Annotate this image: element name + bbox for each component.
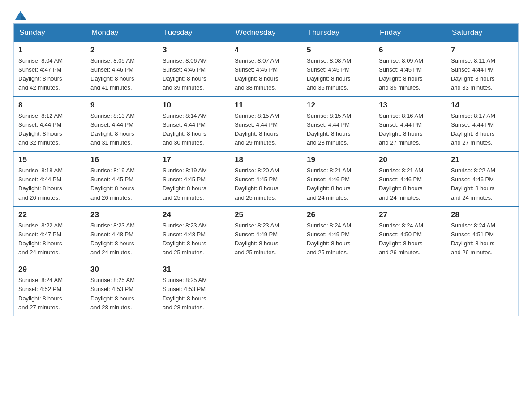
day-info: Sunrise: 8:24 AM Sunset: 4:49 PM Dayligh… — [307, 221, 369, 257]
day-number: 9 — [90, 101, 153, 110]
day-number: 26 — [307, 210, 369, 219]
day-info: Sunrise: 8:22 AM Sunset: 4:46 PM Dayligh… — [451, 166, 514, 202]
day-info: Sunrise: 8:04 AM Sunset: 4:47 PM Dayligh… — [18, 56, 81, 93]
day-number: 23 — [90, 210, 153, 219]
logo-icon — [14, 9, 27, 21]
day-number: 13 — [379, 101, 442, 110]
calendar-cell: 5 Sunrise: 8:08 AM Sunset: 4:45 PM Dayli… — [302, 42, 374, 97]
calendar-cell: 2 Sunrise: 8:05 AM Sunset: 4:46 PM Dayli… — [86, 42, 158, 97]
calendar-week-2: 8 Sunrise: 8:12 AM Sunset: 4:44 PM Dayli… — [14, 97, 519, 152]
day-info: Sunrise: 8:12 AM Sunset: 4:44 PM Dayligh… — [18, 111, 81, 148]
day-number: 5 — [307, 46, 369, 55]
day-number: 1 — [18, 46, 81, 55]
day-info: Sunrise: 8:19 AM Sunset: 4:45 PM Dayligh… — [90, 166, 153, 202]
calendar-cell — [302, 261, 374, 316]
calendar-cell: 24 Sunrise: 8:23 AM Sunset: 4:48 PM Dayl… — [158, 206, 230, 261]
calendar-cell: 26 Sunrise: 8:24 AM Sunset: 4:49 PM Dayl… — [302, 206, 374, 261]
day-info: Sunrise: 8:15 AM Sunset: 4:44 PM Dayligh… — [307, 111, 369, 148]
calendar-week-5: 29 Sunrise: 8:24 AM Sunset: 4:52 PM Dayl… — [14, 261, 519, 316]
calendar-cell: 18 Sunrise: 8:20 AM Sunset: 4:45 PM Dayl… — [230, 151, 302, 206]
calendar-cell: 3 Sunrise: 8:06 AM Sunset: 4:46 PM Dayli… — [158, 42, 230, 97]
calendar-cell: 1 Sunrise: 8:04 AM Sunset: 4:47 PM Dayli… — [14, 42, 86, 97]
calendar-week-3: 15 Sunrise: 8:18 AM Sunset: 4:44 PM Dayl… — [14, 151, 519, 206]
calendar-cell — [230, 261, 302, 316]
day-number: 3 — [163, 46, 225, 55]
day-number: 12 — [307, 101, 369, 110]
calendar-cell: 21 Sunrise: 8:22 AM Sunset: 4:46 PM Dayl… — [446, 151, 519, 206]
calendar-cell: 11 Sunrise: 8:15 AM Sunset: 4:44 PM Dayl… — [230, 97, 302, 152]
day-info: Sunrise: 8:23 AM Sunset: 4:48 PM Dayligh… — [90, 221, 153, 257]
day-info: Sunrise: 8:13 AM Sunset: 4:44 PM Dayligh… — [90, 111, 153, 148]
weekday-header-sunday: Sunday — [14, 24, 86, 42]
calendar-cell: 9 Sunrise: 8:13 AM Sunset: 4:44 PM Dayli… — [86, 97, 158, 152]
calendar-cell: 20 Sunrise: 8:21 AM Sunset: 4:46 PM Dayl… — [374, 151, 446, 206]
calendar-cell: 19 Sunrise: 8:21 AM Sunset: 4:46 PM Dayl… — [302, 151, 374, 206]
day-info: Sunrise: 8:09 AM Sunset: 4:45 PM Dayligh… — [379, 56, 442, 93]
calendar-cell: 15 Sunrise: 8:18 AM Sunset: 4:44 PM Dayl… — [14, 151, 86, 206]
day-info: Sunrise: 8:07 AM Sunset: 4:45 PM Dayligh… — [235, 56, 297, 93]
day-info: Sunrise: 8:24 AM Sunset: 4:50 PM Dayligh… — [379, 221, 442, 257]
calendar-cell: 25 Sunrise: 8:23 AM Sunset: 4:49 PM Dayl… — [230, 206, 302, 261]
calendar-cell: 22 Sunrise: 8:22 AM Sunset: 4:47 PM Dayl… — [14, 206, 86, 261]
day-number: 11 — [235, 101, 297, 110]
day-number: 4 — [235, 46, 297, 55]
day-number: 2 — [90, 46, 153, 55]
calendar-cell: 30 Sunrise: 8:25 AM Sunset: 4:53 PM Dayl… — [86, 261, 158, 316]
day-number: 17 — [163, 155, 225, 164]
calendar-cell: 13 Sunrise: 8:16 AM Sunset: 4:44 PM Dayl… — [374, 97, 446, 152]
calendar-cell: 23 Sunrise: 8:23 AM Sunset: 4:48 PM Dayl… — [86, 206, 158, 261]
day-info: Sunrise: 8:05 AM Sunset: 4:46 PM Dayligh… — [90, 56, 153, 93]
calendar-cell: 4 Sunrise: 8:07 AM Sunset: 4:45 PM Dayli… — [230, 42, 302, 97]
weekday-header-friday: Friday — [374, 24, 446, 42]
day-number: 19 — [307, 155, 369, 164]
calendar-cell — [374, 261, 446, 316]
calendar-cell: 14 Sunrise: 8:17 AM Sunset: 4:44 PM Dayl… — [446, 97, 519, 152]
day-info: Sunrise: 8:17 AM Sunset: 4:44 PM Dayligh… — [451, 111, 514, 148]
day-number: 29 — [18, 265, 81, 274]
calendar-table: SundayMondayTuesdayWednesdayThursdayFrid… — [13, 23, 519, 316]
weekday-header-tuesday: Tuesday — [158, 24, 230, 42]
calendar-cell: 28 Sunrise: 8:24 AM Sunset: 4:51 PM Dayl… — [446, 206, 519, 261]
calendar-week-4: 22 Sunrise: 8:22 AM Sunset: 4:47 PM Dayl… — [14, 206, 519, 261]
calendar-cell: 16 Sunrise: 8:19 AM Sunset: 4:45 PM Dayl… — [86, 151, 158, 206]
day-info: Sunrise: 8:18 AM Sunset: 4:44 PM Dayligh… — [18, 166, 81, 202]
day-info: Sunrise: 8:21 AM Sunset: 4:46 PM Dayligh… — [379, 166, 442, 202]
calendar-cell: 17 Sunrise: 8:19 AM Sunset: 4:45 PM Dayl… — [158, 151, 230, 206]
day-info: Sunrise: 8:23 AM Sunset: 4:49 PM Dayligh… — [235, 221, 297, 257]
day-number: 14 — [451, 101, 514, 110]
weekday-header-thursday: Thursday — [302, 24, 374, 42]
day-info: Sunrise: 8:14 AM Sunset: 4:44 PM Dayligh… — [163, 111, 225, 148]
day-info: Sunrise: 8:22 AM Sunset: 4:47 PM Dayligh… — [18, 221, 81, 257]
day-number: 30 — [90, 265, 153, 274]
day-number: 27 — [379, 210, 442, 219]
day-number: 21 — [451, 155, 514, 164]
calendar-cell: 6 Sunrise: 8:09 AM Sunset: 4:45 PM Dayli… — [374, 42, 446, 97]
calendar-cell — [446, 261, 519, 316]
day-number: 20 — [379, 155, 442, 164]
day-info: Sunrise: 8:08 AM Sunset: 4:45 PM Dayligh… — [307, 56, 369, 93]
day-info: Sunrise: 8:23 AM Sunset: 4:48 PM Dayligh… — [163, 221, 225, 257]
svg-marker-1 — [21, 14, 26, 20]
day-info: Sunrise: 8:25 AM Sunset: 4:53 PM Dayligh… — [163, 276, 225, 312]
day-number: 15 — [18, 155, 81, 164]
day-info: Sunrise: 8:16 AM Sunset: 4:44 PM Dayligh… — [379, 111, 442, 148]
calendar-cell: 7 Sunrise: 8:11 AM Sunset: 4:44 PM Dayli… — [446, 42, 519, 97]
weekday-header-saturday: Saturday — [446, 24, 519, 42]
day-info: Sunrise: 8:19 AM Sunset: 4:45 PM Dayligh… — [163, 166, 225, 202]
day-number: 31 — [163, 265, 225, 274]
calendar-week-1: 1 Sunrise: 8:04 AM Sunset: 4:47 PM Dayli… — [14, 42, 519, 97]
logo — [13, 9, 27, 19]
day-info: Sunrise: 8:21 AM Sunset: 4:46 PM Dayligh… — [307, 166, 369, 202]
day-number: 22 — [18, 210, 81, 219]
day-number: 8 — [18, 101, 81, 110]
day-number: 24 — [163, 210, 225, 219]
day-number: 25 — [235, 210, 297, 219]
calendar-cell: 10 Sunrise: 8:14 AM Sunset: 4:44 PM Dayl… — [158, 97, 230, 152]
weekday-header-wednesday: Wednesday — [230, 24, 302, 42]
day-number: 6 — [379, 46, 442, 55]
day-number: 18 — [235, 155, 297, 164]
day-number: 28 — [451, 210, 514, 219]
day-info: Sunrise: 8:06 AM Sunset: 4:46 PM Dayligh… — [163, 56, 225, 93]
day-info: Sunrise: 8:24 AM Sunset: 4:52 PM Dayligh… — [18, 276, 81, 312]
calendar-cell: 29 Sunrise: 8:24 AM Sunset: 4:52 PM Dayl… — [14, 261, 86, 316]
